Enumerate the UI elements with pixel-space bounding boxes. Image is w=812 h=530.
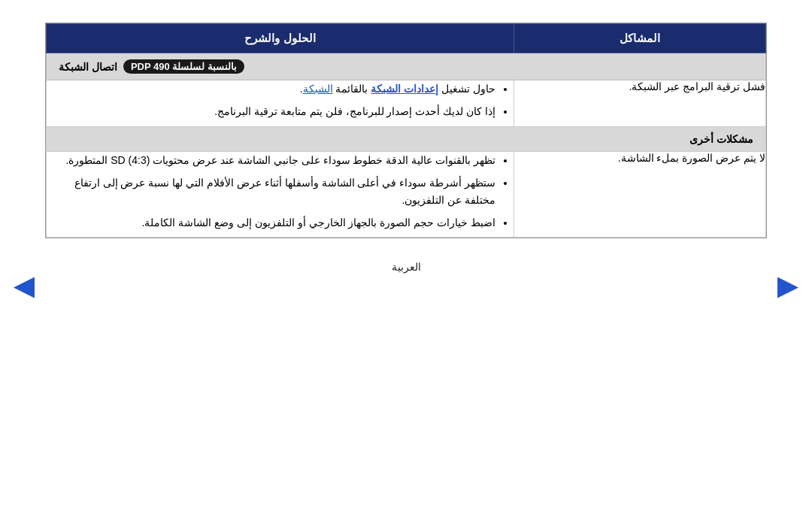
network-label: اتصال الشبكة: [59, 61, 117, 73]
network-solutions-list: حاول تشغيل إعدادات الشبكة بالقائمة الشبك…: [47, 80, 514, 120]
other-solution-3: اضبط خيارات حجم الصورة بالجهاز الخارجي أ…: [47, 214, 495, 231]
other-content-row: لا يتم عرض الصورة بملء الشاشة. تظهر بالق…: [47, 151, 766, 238]
other-section-header-cell: مشكلات أخرى: [47, 126, 766, 151]
footer-language: العربية: [392, 261, 421, 273]
network-settings-link[interactable]: إعدادات الشبكة: [371, 83, 438, 95]
footer: العربية: [0, 261, 812, 273]
sol1-text-mid: بالقائمة: [333, 83, 371, 95]
other-sol2-text: ستظهر أشرطة سوداء في أعلى الشاشة وأسفلها…: [74, 177, 495, 205]
next-arrow[interactable]: [777, 277, 798, 298]
sol2-text: إذا كان لديك أحدث إصدار للبرنامج، فلن يت…: [214, 105, 495, 117]
network-link[interactable]: الشبكة: [303, 83, 333, 95]
other-section-header-row: مشكلات أخرى: [47, 126, 766, 151]
main-table-wrapper: المشاكل الحلول والشرح بالنسبة لسلسلة PDP…: [45, 23, 767, 238]
network-content-row: فشل ترقية البرامج عبر الشبكة. حاول تشغيل…: [47, 80, 766, 127]
network-solution-cell: حاول تشغيل إعدادات الشبكة بالقائمة الشبك…: [47, 80, 514, 127]
problems-header: المشاكل: [514, 24, 766, 53]
sol1-text-before: حاول تشغيل: [438, 83, 495, 95]
solutions-header: الحلول والشرح: [47, 24, 514, 53]
page-container: المشاكل الحلول والشرح بالنسبة لسلسلة PDP…: [0, 23, 812, 530]
network-solution-1: حاول تشغيل إعدادات الشبكة بالقائمة الشبك…: [47, 80, 495, 97]
other-sol1-text: تظهر بالقنوات عالية الدقة خطوط سوداء على…: [65, 154, 495, 166]
network-problem-cell: فشل ترقية البرامج عبر الشبكة.: [514, 80, 766, 127]
other-problem-cell: لا يتم عرض الصورة بملء الشاشة.: [514, 151, 766, 238]
network-section-header-row: بالنسبة لسلسلة PDP 490 اتصال الشبكة: [47, 53, 766, 80]
main-table: المشاكل الحلول والشرح بالنسبة لسلسلة PDP…: [46, 23, 766, 238]
network-header-content: بالنسبة لسلسلة PDP 490 اتصال الشبكة: [59, 59, 753, 74]
network-solution-2: إذا كان لديك أحدث إصدار للبرنامج، فلن يت…: [47, 103, 495, 120]
other-solution-1: تظهر بالقنوات عالية الدقة خطوط سوداء على…: [47, 152, 495, 168]
network-header-cell: بالنسبة لسلسلة PDP 490 اتصال الشبكة: [47, 53, 766, 80]
other-sol3-text: اضبط خيارات حجم الصورة بالجهاز الخارجي أ…: [141, 217, 495, 229]
pdp-badge: بالنسبة لسلسلة PDP 490: [123, 59, 244, 74]
other-solution-cell: تظهر بالقنوات عالية الدقة خطوط سوداء على…: [47, 151, 514, 238]
other-problem-text: لا يتم عرض الصورة بملء الشاشة.: [618, 152, 765, 164]
other-solutions-list: تظهر بالقنوات عالية الدقة خطوط سوداء على…: [47, 152, 514, 232]
other-solution-2: ستظهر أشرطة سوداء في أعلى الشاشة وأسفلها…: [47, 174, 495, 208]
prev-arrow[interactable]: [14, 277, 35, 298]
table-header-row: المشاكل الحلول والشرح: [47, 24, 766, 53]
network-problem-text: فشل ترقية البرامج عبر الشبكة.: [629, 80, 765, 92]
